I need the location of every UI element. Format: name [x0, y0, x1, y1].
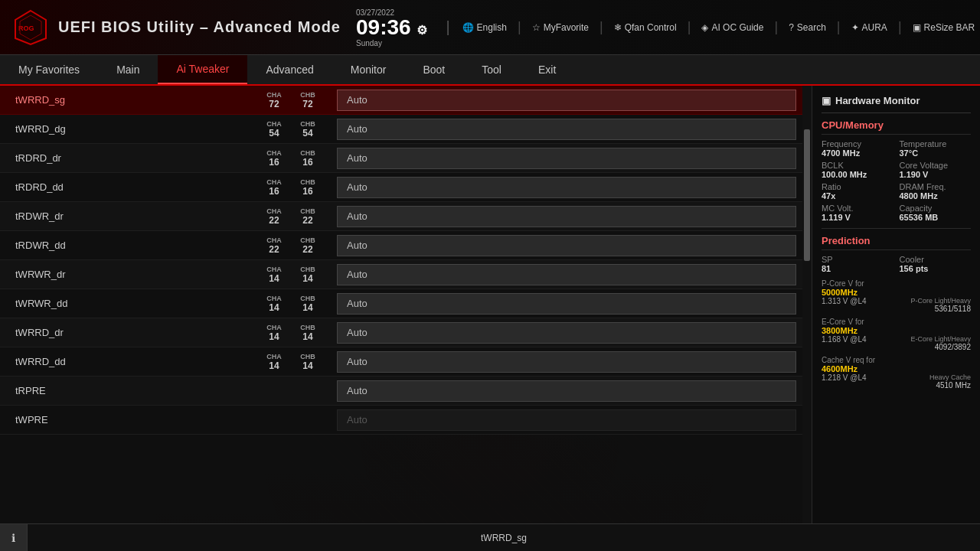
menu-monitor[interactable]: Monitor: [332, 55, 405, 84]
aura-icon: ✦: [851, 22, 859, 33]
nav-qfan[interactable]: ❄ Qfan Control: [608, 19, 683, 36]
setting-value[interactable]: Auto: [337, 380, 796, 402]
cha-chb-values: CHA 16 CHB 16: [245, 149, 337, 168]
cha-chb-values: CHA 14 CHB 14: [245, 295, 337, 313]
cha-chb-values: CHA 54 CHB 54: [245, 120, 337, 139]
star-icon: ☆: [532, 22, 541, 33]
menubar: My Favorites Main Ai Tweaker Advanced Mo…: [0, 55, 980, 86]
cpu-memory-section: CPU/Memory: [822, 119, 971, 135]
ai-icon: ◈: [701, 22, 708, 33]
hardware-monitor-panel: ▣ Hardware Monitor CPU/Memory Frequency …: [812, 86, 980, 523]
rog-logo: ROG: [12, 9, 49, 46]
divider: [822, 228, 971, 229]
prediction-grid: SP 81 Cooler 156 pts: [822, 255, 971, 273]
setting-name: tWPRE: [0, 414, 245, 425]
setting-value[interactable]: Auto: [337, 206, 796, 227]
cpu-info-grid: Frequency 4700 MHz Temperature 37°C BCLK…: [822, 139, 971, 222]
search-icon: ?: [789, 22, 794, 33]
cha-chb-values: CHA 22 CHB 22: [245, 207, 337, 226]
menu-main[interactable]: Main: [98, 55, 158, 84]
menu-favorites[interactable]: My Favorites: [0, 55, 98, 84]
setting-value[interactable]: Auto: [337, 90, 796, 111]
dram-freq-item: DRAM Freq. 4800 MHz: [900, 182, 972, 201]
frequency-item: Frequency 4700 MHz: [822, 139, 893, 158]
setting-name: tWRRD_dr: [0, 327, 245, 338]
setting-name: tWRWR_dr: [0, 269, 245, 280]
setting-name: tRDWR_dr: [0, 210, 245, 222]
setting-value[interactable]: Auto: [337, 322, 796, 344]
setting-row-twrrd_dg[interactable]: tWRRD_dg CHA 54 CHB 54 Auto: [0, 115, 802, 144]
sp-item: SP 81: [822, 255, 893, 273]
core-voltage-item: Core Voltage 1.190 V: [900, 161, 972, 179]
cha-chb-values: CHA 14 CHB 14: [245, 324, 337, 342]
info-icon: ℹ: [0, 524, 28, 552]
header-nav: 🌐 English | ☆ MyFavorite | ❄ Qfan Contro…: [456, 19, 980, 36]
scrollbar[interactable]: [802, 86, 812, 523]
menu-tool[interactable]: Tool: [463, 55, 520, 84]
setting-row-twrrd_dd[interactable]: tWRRD_dd CHA 14 CHB 14 Auto: [0, 347, 802, 377]
setting-row-trdrd_dd[interactable]: tRDRD_dd CHA 16 CHB 16 Auto: [0, 173, 802, 202]
monitor-icon: ▣: [822, 95, 831, 106]
nav-search[interactable]: ? Search: [782, 19, 832, 36]
setting-name: tRPRE: [0, 385, 245, 396]
cha-chb-values: CHA 16 CHB 16: [245, 178, 337, 197]
setting-value[interactable]: Auto: [337, 148, 796, 169]
cache-v-block: Cache V req for 4600MHz 1.218 V @L4 Heav…: [822, 356, 971, 390]
setting-row-twrrd_dr[interactable]: tWRRD_dr CHA 14 CHB 14 Auto: [0, 318, 802, 347]
cha-chb-values: CHA 14 CHB 14: [245, 266, 337, 284]
menu-advanced[interactable]: Advanced: [247, 55, 332, 84]
setting-value[interactable]: Auto: [337, 235, 796, 256]
header: ROG UEFI BIOS Utility – Advanced Mode 03…: [0, 0, 980, 55]
setting-name: tWRRD_dg: [0, 123, 245, 135]
setting-value[interactable]: Auto: [337, 119, 796, 140]
setting-name: tWRRD_dd: [0, 356, 245, 367]
setting-name: tWRWR_dd: [0, 298, 245, 309]
setting-value[interactable]: Auto: [337, 409, 796, 431]
capacity-item: Capacity 65536 MB: [900, 204, 972, 222]
mc-volt-item: MC Volt. 1.119 V: [822, 204, 893, 222]
setting-value[interactable]: Auto: [337, 293, 796, 315]
menu-aitweaker[interactable]: Ai Tweaker: [158, 55, 247, 84]
setting-row-trdwr_dd[interactable]: tRDWR_dd CHA 22 CHB 22 Auto: [0, 231, 802, 260]
setting-value[interactable]: Auto: [337, 264, 796, 285]
resize-icon: ▣: [913, 22, 921, 33]
setting-row-trdrd_dr[interactable]: tRDRD_dr CHA 16 CHB 16 Auto: [0, 144, 802, 173]
cha-chb-values: CHA 72 CHB 72: [245, 91, 337, 109]
setting-description: tWRRD_sg: [28, 533, 980, 543]
fan-icon: ❄: [614, 22, 622, 33]
setting-row-twpre[interactable]: tWPRE Auto: [0, 406, 802, 435]
svg-text:ROG: ROG: [18, 24, 34, 32]
cha-chb-values: CHA 22 CHB 22: [245, 236, 337, 255]
ratio-item: Ratio 47x: [822, 182, 893, 201]
ecore-v-block: E-Core V for 3800MHz 1.168 V @L4 E-Core …: [822, 318, 971, 351]
setting-row-trpre[interactable]: tRPRE Auto: [0, 377, 802, 406]
setting-value[interactable]: Auto: [337, 177, 796, 198]
hw-monitor-title: ▣ Hardware Monitor: [822, 92, 971, 113]
prediction-section: Prediction: [822, 235, 971, 250]
settings-gear-icon[interactable]: ⚙: [416, 24, 427, 37]
settings-panel: tWRRD_sg CHA 72 CHB 72 Auto tWRRD_dg CHA…: [0, 86, 802, 523]
setting-row-twrwr_dd[interactable]: tWRWR_dd CHA 14 CHB 14 Auto: [0, 289, 802, 318]
menu-boot[interactable]: Boot: [404, 55, 463, 84]
bclk-item: BCLK 100.00 MHz: [822, 161, 893, 179]
scrollbar-thumb[interactable]: [804, 129, 810, 261]
setting-row-twrrd_sg[interactable]: tWRRD_sg CHA 72 CHB 72 Auto: [0, 86, 802, 115]
settings-table: tWRRD_sg CHA 72 CHB 72 Auto tWRRD_dg CHA…: [0, 86, 802, 435]
pcore-v-block: P-Core V for 5000MHz 1.313 V @L4 P-Core …: [822, 279, 971, 313]
setting-value[interactable]: Auto: [337, 351, 796, 373]
setting-name: tRDRD_dr: [0, 152, 245, 164]
nav-aura[interactable]: ✦ AURA: [845, 19, 893, 36]
globe-icon: 🌐: [462, 22, 474, 33]
cooler-item: Cooler 156 pts: [900, 255, 972, 273]
setting-row-trdwr_dr[interactable]: tRDWR_dr CHA 22 CHB 22 Auto: [0, 202, 802, 231]
nav-aioc[interactable]: ◈ AI OC Guide: [695, 19, 769, 36]
nav-resizebar[interactable]: ▣ ReSize BAR: [906, 19, 980, 36]
temperature-item: Temperature 37°C: [900, 139, 972, 158]
info-bar: ℹ tWRRD_sg: [0, 523, 980, 551]
nav-myfavorite[interactable]: ☆ MyFavorite: [526, 19, 595, 36]
setting-name: tWRRD_sg: [0, 94, 245, 106]
setting-row-twrwr_dr[interactable]: tWRWR_dr CHA 14 CHB 14 Auto: [0, 260, 802, 289]
cha-chb-values: CHA 14 CHB 14: [245, 353, 337, 371]
menu-exit[interactable]: Exit: [520, 55, 574, 84]
nav-language[interactable]: 🌐 English: [456, 19, 513, 36]
